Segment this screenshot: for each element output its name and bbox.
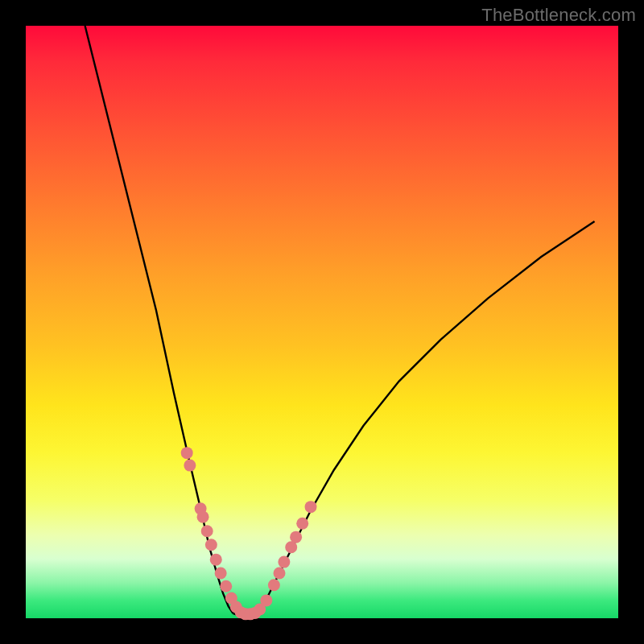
curve-left-path [85, 26, 233, 613]
curve-right-path [257, 221, 595, 613]
chart-svg [26, 26, 618, 618]
marker-dot [197, 511, 209, 523]
marker-dot [210, 554, 222, 566]
watermark-text: TheBottleneck.com [481, 5, 636, 26]
marker-dot [201, 525, 213, 537]
marker-dot [278, 556, 290, 568]
marker-dot [220, 580, 232, 592]
marker-dot [290, 531, 302, 543]
marker-dot [215, 568, 227, 580]
marker-dot [305, 501, 317, 513]
marker-dot [181, 447, 193, 459]
marker-group [181, 447, 317, 620]
marker-dot [184, 460, 196, 472]
chart-frame: TheBottleneck.com [0, 0, 644, 644]
marker-dot [296, 518, 308, 530]
marker-dot [260, 594, 272, 606]
marker-dot [268, 579, 280, 591]
plot-area [26, 26, 618, 618]
marker-dot [205, 539, 217, 551]
marker-dot [274, 568, 286, 580]
